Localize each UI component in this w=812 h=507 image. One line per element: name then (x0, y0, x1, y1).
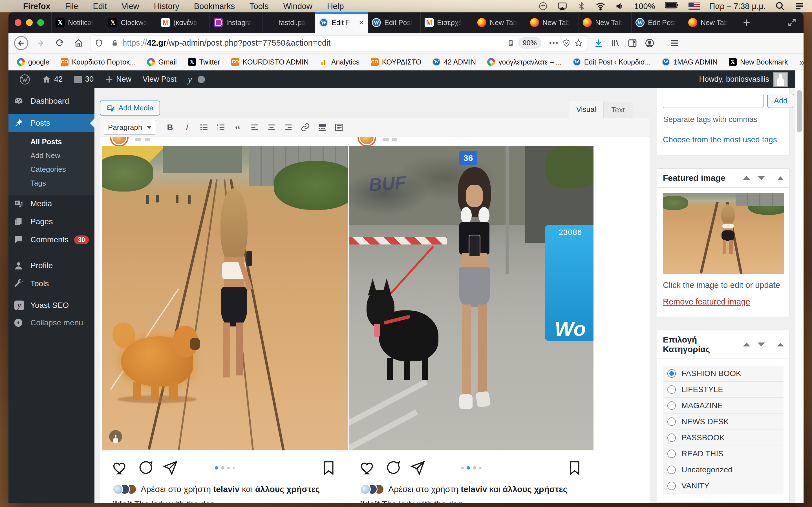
downloads-icon[interactable] (594, 38, 603, 48)
close-window-button[interactable] (15, 19, 21, 26)
battery-icon[interactable] (665, 1, 679, 11)
category-option-lifestyle[interactable]: LIFESTYLE (663, 382, 783, 398)
bookmark-kourdisto[interactable]: COΚουρδιστό Πορτοκ... (61, 58, 136, 66)
yoast-admin-icon[interactable]: y (183, 70, 209, 88)
zoom-level-badge[interactable]: 90% (518, 38, 541, 48)
featured-image-thumbnail[interactable] (663, 193, 784, 274)
sidebar-item-pages[interactable]: Pages (8, 213, 94, 231)
menu-bookmarks[interactable]: Bookmarks (194, 2, 235, 11)
editor-content[interactable]: Αρέσει στο χρήστη telaviv και άλλους χρή… (100, 137, 650, 503)
bullet-list-button[interactable] (197, 120, 211, 135)
tab-text[interactable]: Text (604, 102, 632, 118)
bookmark-twitter[interactable]: 𝕏Twitter (188, 58, 220, 66)
tracking-protection-shield-icon[interactable] (95, 39, 103, 47)
blockquote-button[interactable]: “ (231, 120, 245, 135)
radio-icon[interactable] (667, 401, 676, 410)
tab-fastdl[interactable]: fastdl.pa (262, 12, 315, 33)
radio-icon[interactable] (667, 434, 676, 442)
remove-featured-image-link[interactable]: Remove featured image (663, 297, 750, 306)
tab-new-2[interactable]: New Tab (526, 12, 578, 33)
move-down-icon[interactable] (758, 342, 765, 346)
url-text[interactable]: https://42.gr/wp-admin/post.php?post=775… (122, 38, 503, 48)
category-option-uncategorized[interactable]: Uncategorized (663, 462, 783, 478)
menu-edit[interactable]: Edit (93, 2, 107, 11)
wifi-icon[interactable] (596, 1, 605, 11)
poster-username[interactable]: ikloit (112, 499, 132, 503)
align-right-button[interactable] (281, 120, 296, 135)
read-more-tag-button[interactable] (315, 120, 329, 135)
spotlight-search-icon[interactable] (775, 1, 785, 11)
sidebar-item-comments[interactable]: Comments 30 (8, 231, 94, 249)
paragraph-format-select[interactable]: Paragraph (104, 120, 156, 135)
tab-edit-post-3[interactable]: WEdit Post (631, 12, 684, 33)
library-icon[interactable] (611, 38, 620, 48)
tab-clockwork[interactable]: 𝕏Clockwo (104, 12, 157, 33)
radio-icon[interactable] (667, 450, 676, 458)
sidebar-item-tools[interactable]: Tools (8, 275, 94, 293)
liker-username[interactable]: telaviv (213, 485, 239, 494)
tags-input[interactable] (663, 94, 763, 108)
camera-menu-icon[interactable] (538, 1, 548, 11)
bookmark-star-icon[interactable] (574, 39, 583, 47)
tab-notifications[interactable]: 𝕏Notificat (51, 12, 104, 33)
category-option-passbook[interactable]: PASSBOOK (663, 430, 783, 446)
page-scrollbar[interactable] (795, 70, 804, 503)
align-center-button[interactable] (264, 120, 279, 135)
menu-tools[interactable]: Tools (250, 2, 269, 11)
submenu-tags[interactable]: Tags (8, 176, 94, 190)
bookmark-gmail[interactable]: Gmail (147, 58, 176, 66)
hamburger-menu-icon[interactable] (670, 38, 679, 48)
tab-close-icon[interactable]: × (359, 18, 364, 27)
new-tab-button[interactable]: + (737, 12, 756, 33)
admin-bar-new[interactable]: New (100, 70, 136, 88)
bookmarks-overflow-chevron[interactable]: » (799, 57, 804, 68)
admin-bar-view-post[interactable]: View Post (138, 70, 181, 88)
list-all-tabs-icon[interactable] (787, 12, 804, 33)
save-bookmark-icon[interactable] (566, 460, 583, 476)
submenu-categories[interactable]: Categories (8, 163, 94, 176)
tab-edit-post-active[interactable]: WEdit P× (315, 12, 368, 33)
tab-instagram[interactable]: Instagra (209, 12, 262, 33)
user-avatar[interactable] (773, 72, 788, 87)
menu-history[interactable]: History (154, 2, 179, 11)
bookmark-1mag-admin[interactable]: W1MAG ADMIN (662, 58, 718, 66)
reader-mode-icon[interactable] (507, 39, 515, 47)
bookmark-analytics[interactable]: Analytics (320, 58, 359, 66)
minimize-window-button[interactable] (26, 19, 33, 26)
comment-icon[interactable] (137, 460, 154, 476)
sidebar-item-posts[interactable]: Posts (8, 114, 94, 132)
toggle-panel-icon[interactable] (777, 343, 783, 346)
bookmark-kourdisto-admin[interactable]: COKOURDISTO ADMIN (231, 58, 308, 66)
numbered-list-button[interactable]: 123 (213, 120, 228, 135)
tab-new-1[interactable]: New Tab (473, 12, 526, 33)
align-left-button[interactable] (247, 120, 262, 135)
insert-link-button[interactable] (298, 120, 313, 135)
instagram-profile-avatar[interactable] (111, 137, 127, 145)
menu-window[interactable]: Window (283, 2, 312, 11)
bookmark-42-admin[interactable]: W42 ADMIN (433, 58, 476, 66)
sidebar-item-collapse[interactable]: Collapse menu (8, 314, 94, 332)
italic-button[interactable]: I (180, 120, 194, 135)
notification-center-icon[interactable] (795, 1, 804, 11)
page-actions-icon[interactable]: ••• (549, 39, 559, 47)
add-media-button[interactable]: Add Media (100, 101, 160, 115)
bold-button[interactable]: B (163, 120, 177, 135)
bookmark-new[interactable]: 𝕏New Bookmark (729, 58, 788, 66)
url-bar[interactable]: https://42.gr/wp-admin/post.php?post=775… (91, 35, 587, 51)
move-up-icon[interactable] (743, 176, 750, 180)
most-used-tags-link[interactable]: Choose from the most used tags (663, 135, 777, 144)
menu-help[interactable]: Help (327, 2, 344, 11)
menu-app-name[interactable]: Firefox (23, 2, 50, 11)
comment-icon[interactable] (385, 460, 401, 476)
airplay-icon[interactable] (557, 1, 567, 11)
submenu-add-new[interactable]: Add New (8, 149, 94, 163)
radio-icon[interactable] (667, 385, 676, 394)
input-language-flag-icon[interactable] (689, 3, 700, 10)
add-tag-button[interactable]: Add (767, 94, 794, 108)
category-option-vanity[interactable]: VANITY (663, 478, 783, 494)
sidebar-item-yoast[interactable]: y Yoast SEO (8, 297, 94, 314)
tab-edit-post-2[interactable]: WEdit Post (368, 12, 420, 33)
category-option-fashion-book[interactable]: FASHION BOOK (663, 365, 783, 382)
home-button[interactable] (71, 36, 86, 50)
lock-icon[interactable] (111, 40, 118, 47)
